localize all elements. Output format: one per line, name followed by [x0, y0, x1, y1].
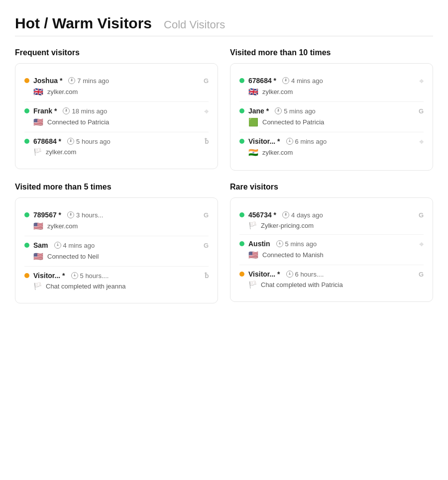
clock-icon: [286, 138, 293, 145]
flag-icon: 🏳️: [248, 221, 257, 229]
visitor-detail: Connected to Neil: [47, 253, 99, 260]
visitor-name: Austin: [248, 240, 270, 248]
status-dot: [24, 243, 29, 248]
section-visited5: Visited more than 5 times789567 *3 hours…: [15, 183, 218, 303]
google-icon: G: [204, 77, 209, 85]
login-icon: ⎆: [420, 138, 424, 145]
visitor-name: Visitor... *: [248, 270, 280, 278]
visitor-detail: zylker.com: [47, 222, 78, 230]
visitor-detail: zylker.com: [262, 88, 293, 96]
flag-icon: 🇺🇸: [33, 252, 43, 261]
time-text: 5 mins ago: [285, 240, 317, 248]
login-icon: ⎆: [205, 107, 209, 115]
section-rare: Rare visitors456734 *4 days agoG🏳️Zylker…: [230, 183, 433, 303]
clock-icon: [63, 107, 70, 114]
visitor-time: 4 mins ago: [54, 242, 95, 249]
status-dot: [239, 78, 244, 83]
status-dot: [239, 241, 244, 246]
time-text: 6 mins ago: [295, 138, 327, 145]
clock-icon: [282, 77, 289, 84]
visitor-detail: Zylker-pricing.com: [261, 222, 314, 229]
clock-icon: [275, 107, 282, 114]
time-text: 4 days ago: [291, 211, 323, 219]
flag-icon: 🇮🇳: [248, 148, 258, 157]
bing-icon: ƀ: [205, 138, 209, 145]
visitor-time: 5 hours ago: [67, 138, 111, 145]
flag-icon: 🟩: [248, 117, 258, 127]
visitor-detail: Chat completed with Patricia: [261, 281, 343, 288]
status-dot: [24, 273, 29, 278]
visitor-name: Frank *: [33, 107, 57, 115]
visitor-time: 4 mins ago: [282, 77, 323, 85]
visitor-name: 678684 *: [33, 137, 61, 145]
visitor-row[interactable]: Austin5 mins ago⎆🇺🇸Connected to Manish: [239, 235, 424, 265]
flag-icon: 🏳️: [248, 281, 257, 288]
visitor-name: 678684 *: [248, 77, 276, 85]
visitor-row[interactable]: Sam4 mins agoG🇺🇸Connected to Neil: [24, 236, 209, 267]
status-dot: [24, 212, 29, 217]
visitor-row[interactable]: 678684 *4 mins ago⎆🇬🇧zylker.com: [239, 72, 424, 102]
visitor-time: 4 days ago: [282, 211, 323, 219]
flag-icon: 🇺🇸: [248, 250, 258, 260]
visitor-name: Visitor... *: [33, 272, 65, 280]
clock-icon: [54, 242, 61, 249]
visitor-row[interactable]: Visitor... *6 mins ago⎆🇮🇳zylker.com: [239, 132, 424, 162]
login-icon: ⎆: [420, 240, 424, 248]
visitor-detail: zylker.com: [262, 149, 293, 156]
time-text: 5 hours....: [80, 272, 109, 280]
visitor-name: Joshua *: [33, 77, 62, 85]
time-text: 7 mins ago: [77, 77, 109, 85]
section-visited10: Visited more than 10 times678684 *4 mins…: [230, 48, 433, 171]
visitor-row[interactable]: Visitor... *6 hours....G🏳️Chat completed…: [239, 265, 424, 293]
visitor-row[interactable]: 789567 *3 hours...G🇺🇸zylker.com: [24, 206, 209, 236]
visitor-row[interactable]: Visitor... *5 hours....ƀ🏳️Chat completed…: [24, 267, 209, 295]
time-text: 18 mins ago: [72, 107, 107, 115]
visitor-row[interactable]: Frank *18 mins ago⎆🇺🇸Connected to Patric…: [24, 102, 209, 132]
status-dot: [24, 78, 29, 83]
card-visited10: 678684 *4 mins ago⎆🇬🇧zylker.comJane *5 m…: [230, 63, 433, 171]
visitor-detail: Connected to Patricia: [47, 118, 109, 126]
clock-icon: [68, 77, 75, 84]
google-icon: G: [204, 211, 209, 219]
visitor-detail: Connected to Patricia: [262, 118, 324, 126]
bing-icon: ƀ: [205, 272, 209, 280]
flag-icon: 🇬🇧: [248, 87, 258, 96]
status-dot: [239, 108, 244, 113]
time-text: 4 mins ago: [291, 77, 323, 85]
clock-icon: [67, 138, 74, 145]
clock-icon: [276, 240, 283, 247]
visitor-name: Sam: [33, 241, 48, 249]
cold-visitors-tab[interactable]: Cold Visitors: [164, 18, 225, 31]
flag-icon: 🇺🇸: [33, 117, 43, 127]
section-title-frequent: Frequent visitors: [15, 48, 218, 57]
flag-icon: 🏳️: [33, 282, 42, 290]
visitor-name: Visitor... *: [248, 137, 280, 145]
visitor-row[interactable]: Jane *5 mins agoG🟩Connected to Patricia: [239, 102, 424, 132]
flag-icon: 🇺🇸: [33, 221, 43, 231]
visitor-row[interactable]: 678684 *5 hours agoƀ🏳️zylker.com: [24, 132, 209, 161]
header-divider: [15, 36, 433, 36]
status-dot: [239, 139, 244, 144]
visitor-row[interactable]: 456734 *4 days agoG🏳️Zylker-pricing.com: [239, 206, 424, 235]
google-icon: G: [419, 271, 424, 278]
status-dot: [239, 212, 244, 217]
clock-icon: [282, 211, 289, 218]
visitor-name: 789567 *: [33, 211, 61, 219]
card-rare: 456734 *4 days agoG🏳️Zylker-pricing.comA…: [230, 197, 433, 302]
visitor-time: 6 hours....: [286, 271, 324, 278]
page-header: Hot / Warm Visitors Cold Visitors: [15, 15, 433, 32]
visitor-row[interactable]: Joshua *7 mins agoG🇬🇧zylker.com: [24, 72, 209, 102]
clock-icon: [67, 211, 74, 218]
visitor-detail: zylker.com: [46, 148, 76, 156]
status-dot: [24, 139, 29, 144]
visitor-time: 5 mins ago: [275, 107, 316, 115]
section-frequent: Frequent visitorsJoshua *7 mins agoG🇬🇧zy…: [15, 48, 218, 171]
card-frequent: Joshua *7 mins agoG🇬🇧zylker.comFrank *18…: [15, 63, 218, 169]
time-text: 3 hours...: [76, 211, 103, 219]
section-title-visited10: Visited more than 10 times: [230, 48, 433, 57]
login-icon: ⎆: [420, 77, 424, 85]
visitor-time: 3 hours...: [67, 211, 103, 219]
time-text: 5 mins ago: [284, 107, 316, 115]
visitor-detail: Chat completed with jeanna: [46, 283, 125, 290]
google-icon: G: [204, 242, 209, 249]
